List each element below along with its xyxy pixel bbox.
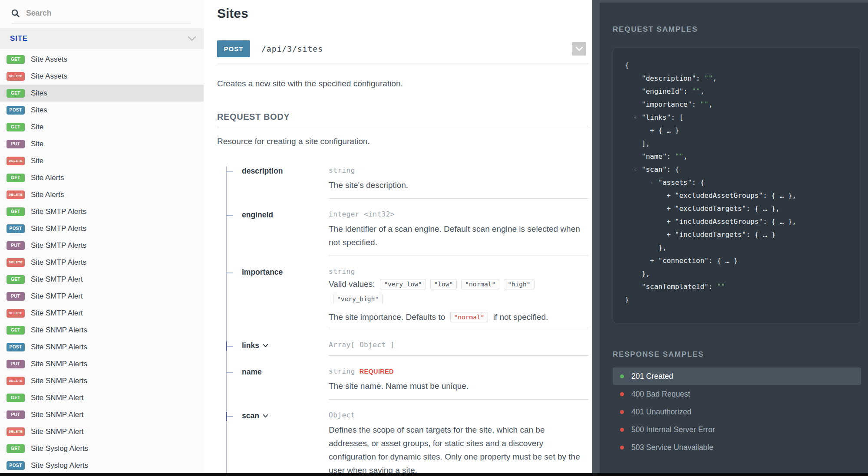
code-line: - "scan": { xyxy=(625,163,854,176)
code-token: }, xyxy=(625,243,667,252)
sidebar-item[interactable]: DELETESite xyxy=(0,152,204,169)
property-description: The site name. Name must be unique. xyxy=(329,379,585,393)
code-line: "engineId": "", xyxy=(625,85,854,98)
property-type: string xyxy=(329,267,355,276)
code-token: "engineId": xyxy=(625,87,692,95)
code-toggle[interactable]: - xyxy=(650,178,654,187)
sidebar-item[interactable]: DELETESite SMTP Alert xyxy=(0,305,204,322)
sidebar-item[interactable]: DELETESite Alerts xyxy=(0,186,204,203)
code-token: { xyxy=(625,61,629,69)
sidebar-item[interactable]: POSTSite SMTP Alerts xyxy=(0,220,204,237)
search-icon xyxy=(11,9,20,17)
endpoint-path: /api/3/sites xyxy=(261,44,323,53)
code-token: "assets": { xyxy=(654,178,704,187)
expand-endpoint-button[interactable] xyxy=(572,42,586,56)
sidebar-item[interactable]: DELETESite SNMP Alert xyxy=(0,423,204,440)
response-sample-item[interactable]: 201 Created xyxy=(613,368,861,385)
endpoint-label: Site xyxy=(31,123,43,131)
chevron-down-icon xyxy=(576,47,583,51)
code-line: + "excludedTargets": { … }, xyxy=(625,202,854,215)
code-token: , xyxy=(683,152,688,161)
sidebar-item[interactable]: POSTSite Syslog Alerts xyxy=(0,457,204,474)
search-bar[interactable] xyxy=(11,9,191,23)
status-dot xyxy=(620,392,624,396)
method-badge: GET xyxy=(7,275,25,284)
sidebar-item[interactable]: GETSite xyxy=(0,118,204,135)
code-line: "scanTemplateId": "" xyxy=(625,280,854,293)
property-row: linksArray[ Object ] xyxy=(227,341,588,356)
property-row: namestringREQUIREDThe site name. Name mu… xyxy=(227,367,588,400)
sidebar-item[interactable]: GETSite SMTP Alerts xyxy=(0,203,204,220)
request-body-heading: REQUEST BODY xyxy=(217,112,588,126)
status-dot xyxy=(620,374,624,378)
code-toggle[interactable]: - xyxy=(633,113,637,121)
code-string: "" xyxy=(692,87,700,95)
sidebar-item[interactable]: GETSite SNMP Alerts xyxy=(0,322,204,338)
sidebar-item[interactable]: GETSite Alerts xyxy=(0,169,204,186)
response-sample-item[interactable]: 500 Internal Server Error xyxy=(613,421,861,438)
sidebar-item[interactable]: DELETESite SNMP Alerts xyxy=(0,372,204,389)
code-toggle[interactable]: + xyxy=(667,230,671,239)
response-sample-item[interactable]: 503 Service Unavailable xyxy=(613,439,861,456)
valid-values-label: Valid values: xyxy=(329,279,375,289)
method-badge: PUT xyxy=(7,360,25,368)
endpoint-label: Site SMTP Alerts xyxy=(31,241,86,250)
sidebar-section-site[interactable]: SITE xyxy=(0,28,204,49)
response-sample-item[interactable]: 400 Bad Request xyxy=(613,385,861,403)
tree-dash xyxy=(226,215,233,216)
code-toggle[interactable]: + xyxy=(650,256,654,265)
sidebar-item[interactable]: GETSites xyxy=(0,85,204,102)
code-token xyxy=(625,256,650,265)
property-name[interactable]: scan xyxy=(242,411,329,476)
sidebar-item[interactable]: POSTSite SNMP Alerts xyxy=(0,338,204,355)
sidebar-item[interactable]: PUTSite SNMP Alerts xyxy=(0,355,204,372)
sidebar-item[interactable]: POSTSites xyxy=(0,102,204,118)
property-name: name xyxy=(242,367,329,400)
code-string: "" xyxy=(717,282,725,291)
property-row: engineIdinteger <int32>The identifier of… xyxy=(227,210,588,256)
code-token: "links": [ xyxy=(637,113,683,121)
endpoint-label: Site SMTP Alert xyxy=(31,275,83,284)
code-toggle[interactable]: + xyxy=(667,217,671,226)
method-badge: DELETE xyxy=(7,427,25,436)
method-badge: DELETE xyxy=(7,377,25,385)
sidebar-item[interactable]: GETSite Assets xyxy=(0,51,204,68)
description-text: if not specified. xyxy=(491,312,548,322)
code-toggle[interactable]: + xyxy=(667,204,671,213)
valid-value-chip: "normal" xyxy=(461,279,499,289)
code-line: + "connection": { … } xyxy=(625,254,854,267)
sidebar-item[interactable]: GETSite SNMP Alert xyxy=(0,389,204,406)
code-token xyxy=(625,230,667,239)
code-token xyxy=(625,178,650,187)
sidebar-item[interactable]: PUTSite SMTP Alert xyxy=(0,288,204,305)
code-toggle[interactable]: + xyxy=(667,191,671,200)
sidebar-item[interactable]: DELETESite SMTP Alerts xyxy=(0,254,204,271)
method-badge: POST xyxy=(7,106,25,115)
sidebar-item[interactable]: PUTSite xyxy=(0,135,204,152)
code-line: + "excludedAssetGroups": { … }, xyxy=(625,189,854,202)
valid-value-chip: "high" xyxy=(504,279,534,289)
response-sample-item[interactable]: 401 Unauthorized xyxy=(613,403,861,420)
endpoint-label: Site Syslog Alerts xyxy=(31,461,88,470)
sidebar-item[interactable]: GETSite Syslog Alerts xyxy=(0,440,204,457)
sidebar-item[interactable]: PUTSite SNMP Alert xyxy=(0,406,204,423)
property-row: descriptionstringThe site's description. xyxy=(227,166,588,199)
method-badge: POST xyxy=(7,224,25,233)
code-token: ], xyxy=(625,139,650,148)
property-type: string xyxy=(329,367,355,375)
sidebar-item[interactable]: DELETESite Assets xyxy=(0,68,204,85)
method-badge: GET xyxy=(7,174,25,182)
code-toggle[interactable]: + xyxy=(650,126,654,135)
property-type: Object xyxy=(329,411,355,419)
endpoint-label: Site xyxy=(31,157,43,165)
property-name[interactable]: links xyxy=(242,341,329,356)
sidebar-item[interactable]: PUTSite SMTP Alerts xyxy=(0,237,204,254)
search-input[interactable] xyxy=(26,9,191,18)
code-token: "name": xyxy=(625,152,675,161)
code-toggle[interactable]: - xyxy=(633,165,637,174)
method-badge-post: POST xyxy=(217,40,250,57)
sidebar-item[interactable]: GETSite SMTP Alert xyxy=(0,271,204,288)
response-label: 503 Service Unavailable xyxy=(631,443,713,452)
endpoint-label: Site SMTP Alert xyxy=(31,309,83,318)
endpoint-label: Sites xyxy=(31,106,47,115)
